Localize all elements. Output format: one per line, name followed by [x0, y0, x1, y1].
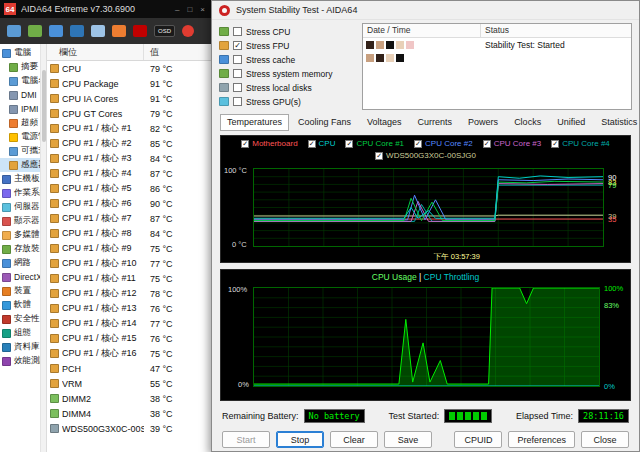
tree-item[interactable]: DMI — [0, 88, 40, 102]
sensor-row[interactable]: CPU #1 / 核心 #182 °C — [47, 121, 211, 136]
sensor-row[interactable]: CPU #1 / 核心 #285 °C — [47, 136, 211, 151]
tree-item[interactable]: 電腦名稱 — [0, 74, 40, 88]
cpuid-button[interactable]: CPUID — [454, 431, 502, 448]
sensor-row[interactable]: CPU79 °C — [47, 61, 211, 76]
stress-option[interactable]: Stress system memory — [219, 67, 355, 80]
tree-item[interactable]: 摘要 — [0, 60, 40, 74]
tree-item[interactable]: 存放裝置 — [0, 242, 40, 256]
tree-item[interactable]: 伺服器 — [0, 200, 40, 214]
report-icon[interactable] — [28, 25, 42, 37]
legend-checkbox[interactable]: ✓ — [483, 140, 491, 148]
osd-button[interactable]: OSD — [154, 25, 175, 37]
stress-option-checkbox[interactable] — [233, 83, 242, 92]
sensor-row[interactable]: CPU Package91 °C — [47, 76, 211, 91]
sensor-row[interactable]: DIMM238 °C — [47, 391, 211, 406]
record-icon[interactable] — [182, 25, 194, 37]
tab-temperatures[interactable]: Temperatures — [220, 114, 289, 131]
sensor-row[interactable]: CPU #1 / 核心 #1278 °C — [47, 286, 211, 301]
start-button[interactable]: Start — [222, 431, 270, 448]
sensor-row[interactable]: CPU GT Cores79 °C — [47, 106, 211, 121]
tree-scrollbar-thumb[interactable] — [42, 70, 46, 142]
stress-option[interactable]: ✓Stress FPU — [219, 39, 355, 52]
sensor-row[interactable]: CPU #1 / 核心 #1477 °C — [47, 316, 211, 331]
stress-option[interactable]: Stress GPU(s) — [219, 95, 355, 108]
legend-checkbox[interactable]: ✓ — [308, 140, 316, 148]
legend-item[interactable]: ✓CPU Core #1 — [345, 139, 404, 148]
sensor-row[interactable]: CPU #1 / 核心 #1077 °C — [47, 256, 211, 271]
close-button[interactable]: × — [200, 5, 205, 14]
stress-option-checkbox[interactable] — [233, 69, 242, 78]
tree-item[interactable]: 安全性 — [0, 312, 40, 326]
legend-checkbox[interactable]: ✓ — [551, 140, 559, 148]
tree-item[interactable]: 電腦 — [0, 46, 40, 60]
main-titlebar[interactable]: 64 AIDA64 Extreme v7.30.6900 – □ × — [0, 0, 211, 18]
tree-item[interactable]: 主機板 — [0, 172, 40, 186]
sensor-row[interactable]: WDS500G3X0C-00SJG039 °C — [47, 421, 211, 436]
tree-item[interactable]: IPMI — [0, 102, 40, 116]
sensor-row[interactable]: CPU #1 / 核心 #487 °C — [47, 166, 211, 181]
tree-item[interactable]: DirectX — [0, 270, 40, 284]
sensor-row[interactable]: DIMM438 °C — [47, 406, 211, 421]
sensor-row[interactable]: CPU #1 / 核心 #975 °C — [47, 241, 211, 256]
close-button[interactable]: Close — [581, 431, 629, 448]
stress-option[interactable]: Stress local disks — [219, 81, 355, 94]
tab-clocks[interactable]: Clocks — [507, 114, 548, 131]
gauge-icon[interactable] — [133, 25, 147, 37]
stress-option-checkbox[interactable] — [233, 55, 242, 64]
tree-item[interactable]: 資料庫 — [0, 340, 40, 354]
tab-currents[interactable]: Currents — [411, 114, 460, 131]
legend-checkbox[interactable]: ✓ — [414, 140, 422, 148]
value-column-header[interactable]: 值 — [144, 46, 159, 59]
tree-item[interactable]: 可攜式電腦 — [0, 144, 40, 158]
tree-item[interactable]: 多媒體 — [0, 228, 40, 242]
flame-icon[interactable] — [112, 25, 126, 37]
legend-item[interactable]: ✓Motherboard — [241, 139, 297, 148]
sensor-row[interactable]: CPU #1 / 核心 #1675 °C — [47, 346, 211, 361]
sensor-row[interactable]: PCH47 °C — [47, 361, 211, 376]
remote-monitor-icon[interactable] — [70, 25, 84, 37]
tab-powers[interactable]: Powers — [461, 114, 505, 131]
sensor-row[interactable]: CPU #1 / 核心 #884 °C — [47, 226, 211, 241]
sensor-row[interactable]: CPU #1 / 核心 #1376 °C — [47, 301, 211, 316]
tree-scrollbar[interactable] — [40, 44, 47, 452]
tree-item[interactable]: 網路 — [0, 256, 40, 270]
preferences-button[interactable]: Preferences — [508, 431, 575, 448]
tree-item[interactable]: 顯示器 — [0, 214, 40, 228]
legend-checkbox[interactable]: ✓ — [375, 152, 383, 160]
tree-item[interactable]: 裝置 — [0, 284, 40, 298]
tree-item[interactable]: 作業系統 — [0, 186, 40, 200]
legend-item[interactable]: ✓CPU Core #2 — [414, 139, 473, 148]
sensor-row[interactable]: CPU #1 / 核心 #1175 °C — [47, 271, 211, 286]
sst-titlebar[interactable]: System Stability Test - AIDA64 — [212, 1, 639, 20]
devices-icon[interactable] — [91, 25, 105, 37]
tab-voltages[interactable]: Voltages — [360, 114, 409, 131]
legend-checkbox[interactable]: ✓ — [241, 140, 249, 148]
tree-item[interactable]: 效能測試 — [0, 354, 40, 368]
minimize-button[interactable]: – — [175, 5, 179, 14]
sensor-row[interactable]: CPU IA Cores91 °C — [47, 91, 211, 106]
legend-item[interactable]: ✓CPU — [308, 139, 336, 148]
maximize-button[interactable]: □ — [187, 5, 192, 14]
sensor-row[interactable]: CPU #1 / 核心 #787 °C — [47, 211, 211, 226]
sensor-row[interactable]: CPU #1 / 核心 #1576 °C — [47, 331, 211, 346]
tree-item[interactable]: 軟體 — [0, 298, 40, 312]
tree-item[interactable]: 組態 — [0, 326, 40, 340]
tab-unified[interactable]: Unified — [550, 114, 592, 131]
sensor-row[interactable]: CPU #1 / 核心 #384 °C — [47, 151, 211, 166]
stress-option[interactable]: Stress cache — [219, 53, 355, 66]
file-icon[interactable] — [7, 25, 21, 37]
tree-item[interactable]: 超頻 — [0, 116, 40, 130]
legend-item[interactable]: ✓CPU Core #4 — [551, 139, 610, 148]
tree-item[interactable]: 電源管理 — [0, 130, 40, 144]
stress-option-checkbox[interactable]: ✓ — [233, 41, 242, 50]
tab-statistics[interactable]: Statistics — [594, 114, 640, 131]
tab-cooling-fans[interactable]: Cooling Fans — [291, 114, 358, 131]
legend-item[interactable]: ✓CPU Core #3 — [483, 139, 542, 148]
sensor-row[interactable]: CPU #1 / 核心 #586 °C — [47, 181, 211, 196]
stress-option[interactable]: Stress CPU — [219, 25, 355, 38]
field-column-header[interactable]: 欄位 — [47, 44, 144, 60]
stress-option-checkbox[interactable] — [233, 27, 242, 36]
stop-button[interactable]: Stop — [276, 431, 324, 448]
log-datetime-header[interactable]: Date / Time — [363, 24, 481, 37]
legend-item[interactable]: ✓WDS500G3X0C-00SJG0 — [375, 151, 476, 160]
